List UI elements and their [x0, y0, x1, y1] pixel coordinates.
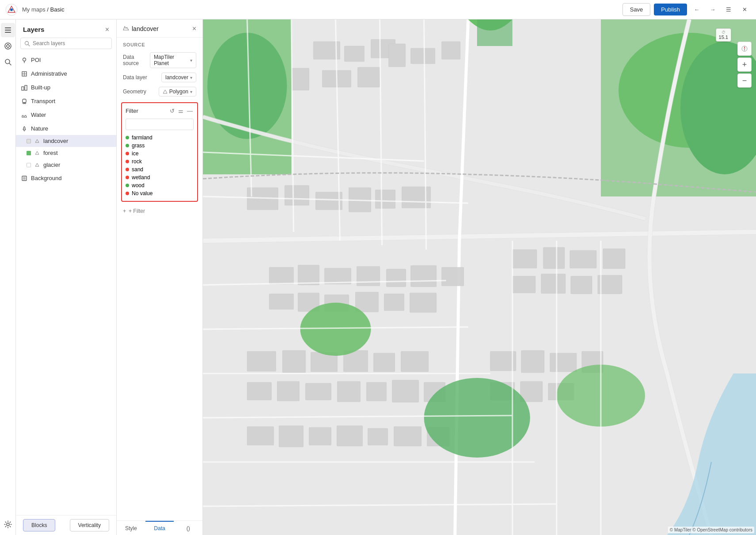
layers-panel-title: Layers [23, 26, 44, 33]
add-filter-row[interactable]: + + Filter [117, 205, 202, 217]
data-layer-value[interactable]: landcover ▾ [161, 73, 196, 82]
poi-icon [21, 57, 27, 63]
compass-button[interactable] [737, 42, 752, 56]
filter-dot-rock [126, 160, 129, 163]
add-filter-label: + Filter [129, 208, 145, 214]
layer-item-forest[interactable]: forest [16, 147, 116, 159]
filter-item-wetland[interactable]: wetland [126, 173, 194, 181]
topbar-left: My maps / Basic [5, 4, 64, 16]
filter-edit-icon[interactable]: ⚌ [177, 107, 184, 115]
svg-rect-76 [279, 426, 303, 447]
verticality-tab-button[interactable]: Verticality [70, 519, 109, 531]
filter-item-rock[interactable]: rock [126, 158, 194, 166]
filter-field-input[interactable]: class [126, 119, 194, 130]
save-button[interactable]: Save [622, 3, 651, 16]
layer-group-background-header[interactable]: Background [16, 172, 116, 185]
filter-actions: ↺ ⚌ — [169, 107, 194, 115]
filter-item-wood[interactable]: wood [126, 181, 194, 189]
svg-rect-56 [570, 250, 596, 268]
search-bar[interactable] [20, 38, 112, 49]
svg-rect-75 [247, 427, 274, 445]
publish-button[interactable]: Publish [654, 4, 687, 15]
zoom-badge: ⏱ 15.1 [716, 28, 731, 42]
rail-shapes-icon[interactable] [1, 39, 15, 53]
svg-rect-3 [5, 30, 11, 31]
blocks-tab-button[interactable]: Blocks [23, 519, 55, 531]
svg-rect-34 [442, 42, 460, 59]
tab-brackets[interactable]: () [174, 521, 202, 535]
svg-rect-69 [277, 381, 299, 401]
filter-item-grass[interactable]: grass [126, 142, 194, 150]
layer-group-poi: POI [16, 54, 116, 66]
filter-dot-no-value [126, 192, 129, 195]
svg-rect-52 [384, 294, 404, 311]
svg-rect-67 [401, 351, 428, 372]
rail-search-icon[interactable] [1, 55, 15, 69]
filter-remove-icon[interactable]: — [186, 107, 194, 115]
svg-rect-37 [316, 192, 342, 210]
breadcrumb-my-maps[interactable]: My maps [22, 6, 46, 13]
detail-title-row: landcover [123, 25, 159, 32]
data-layer-label: Data layer [123, 74, 147, 81]
data-layer-arrow-icon: ▾ [190, 75, 192, 80]
data-source-label: Data source [123, 54, 150, 66]
logo-icon[interactable] [5, 4, 18, 16]
layer-item-landcover[interactable]: landcover [16, 135, 116, 147]
layer-group-nature-header[interactable]: Nature [16, 122, 116, 135]
layers-panel-close-icon[interactable]: × [105, 26, 109, 33]
filter-label-sand: sand [132, 166, 143, 173]
menu-icon[interactable]: ☰ [722, 4, 735, 16]
data-source-value[interactable]: MapTiler Planet ▾ [150, 52, 196, 68]
svg-rect-78 [337, 426, 363, 446]
layer-group-builtup-header[interactable]: Built-up [16, 81, 116, 94]
filter-item-farmland[interactable]: farmland [126, 134, 194, 142]
back-icon[interactable]: ← [691, 4, 703, 16]
zoom-level: 15.1 [719, 35, 728, 40]
layer-group-poi-header[interactable]: POI [16, 54, 116, 66]
tab-style[interactable]: Style [117, 521, 145, 535]
layer-group-water: Water [16, 108, 116, 121]
rail-settings-icon[interactable] [1, 517, 15, 531]
search-layers-input[interactable] [33, 40, 108, 46]
svg-rect-63 [283, 350, 305, 373]
filter-dot-ice [126, 152, 129, 155]
layer-group-background-label: Background [31, 175, 61, 181]
svg-rect-83 [521, 350, 544, 373]
detail-panel-icon [123, 26, 129, 32]
layer-item-glacier[interactable]: glacier [16, 159, 116, 171]
detail-tabs: Style Data () [117, 520, 202, 535]
geometry-value[interactable]: Polygon ▾ [159, 87, 196, 96]
zoom-out-button[interactable]: − [737, 73, 752, 88]
filter-label-no-value: No value [132, 190, 153, 196]
filter-item-ice[interactable]: ice [126, 150, 194, 158]
filter-label-wetland: wetland [132, 174, 150, 181]
detail-panel-close-icon[interactable]: × [192, 25, 196, 33]
filter-item-no-value[interactable]: No value [126, 189, 194, 197]
breadcrumb: My maps / Basic [22, 6, 64, 13]
layer-group-builtup: Built-up [16, 81, 116, 94]
layer-group-water-header[interactable]: Water [16, 108, 116, 121]
topbar-right: Save Publish ← → ☰ ✕ [622, 3, 751, 16]
forward-icon[interactable]: → [706, 4, 719, 16]
filter-reset-icon[interactable]: ↺ [169, 107, 176, 115]
svg-rect-92 [477, 19, 512, 46]
rail-layers-icon[interactable] [1, 23, 15, 37]
svg-rect-68 [247, 382, 271, 400]
layer-group-administrative-header[interactable]: Administrative [16, 67, 116, 80]
svg-rect-77 [309, 427, 331, 445]
filter-dot-wood [126, 184, 129, 187]
geometry-row: Geometry Polygon ▾ [117, 85, 202, 99]
layer-group-transport-header[interactable]: Transport [16, 95, 116, 108]
filter-label-grass: grass [132, 142, 145, 149]
layer-group-builtup-label: Built-up [31, 84, 50, 91]
geometry-arrow-icon: ▾ [190, 89, 192, 94]
tab-data[interactable]: Data [145, 521, 174, 535]
zoom-in-button[interactable]: + [737, 58, 752, 72]
svg-rect-2 [5, 27, 11, 28]
filter-label-wood: wood [132, 182, 145, 189]
svg-rect-70 [305, 383, 331, 400]
close-icon[interactable]: ✕ [738, 4, 751, 16]
filter-item-sand[interactable]: sand [126, 166, 194, 173]
water-icon [21, 112, 27, 118]
icon-rail [0, 19, 16, 535]
